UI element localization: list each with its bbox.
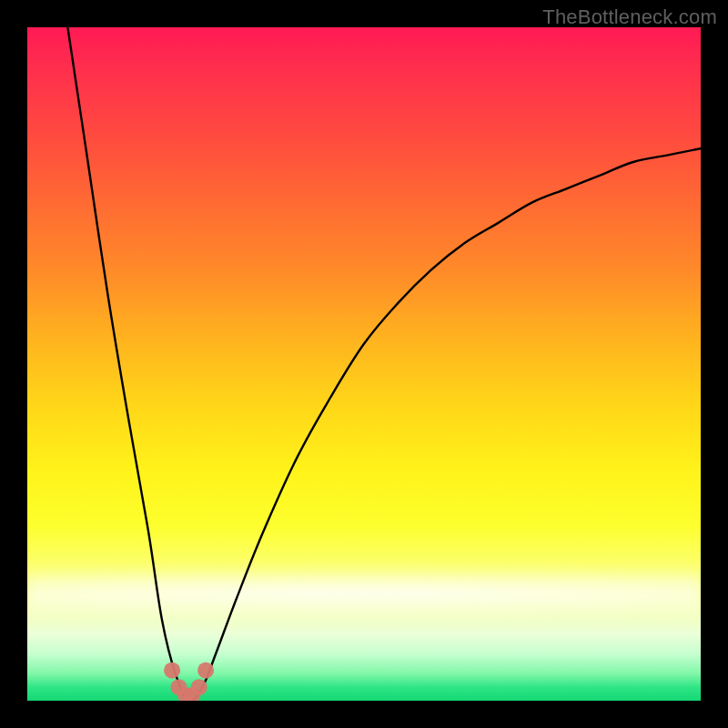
- curve-svg: [27, 27, 701, 701]
- min-region-markers: [164, 662, 214, 701]
- plot-area: [27, 27, 701, 701]
- min-marker: [164, 662, 180, 679]
- bottleneck-curve: [67, 27, 701, 701]
- watermark-text: TheBottleneck.com: [542, 5, 717, 29]
- min-marker: [197, 662, 214, 679]
- min-marker: [191, 679, 207, 695]
